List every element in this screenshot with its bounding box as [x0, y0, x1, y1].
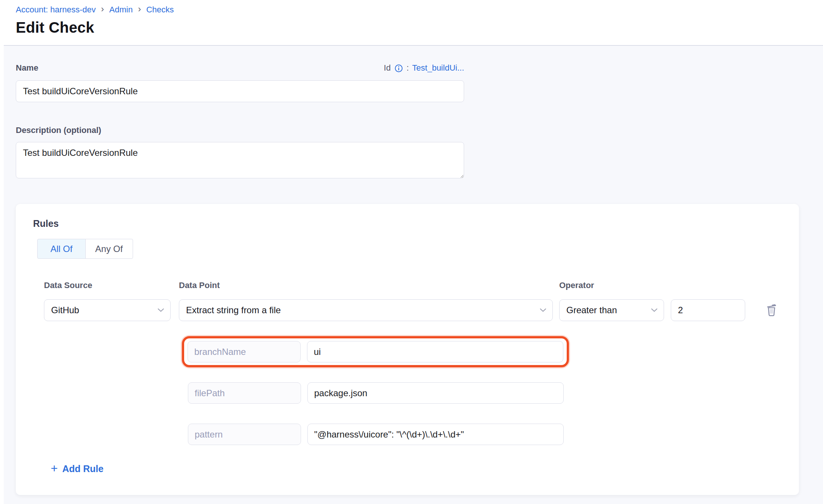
operator-value: Greater than: [566, 305, 617, 315]
rule-params: branchName filePath pattern: [188, 321, 782, 445]
edit-check-form: Name Id : Test_buildUi... Description (o…: [0, 46, 823, 495]
id-label: Id: [384, 63, 390, 73]
description-label: Description (optional): [16, 125, 807, 135]
data-point-value: Extract string from a file: [186, 305, 281, 315]
add-rule-label: Add Rule: [62, 463, 104, 474]
chevron-right-icon: ›: [138, 5, 141, 15]
breadcrumb-account-link[interactable]: Account: harness-dev: [16, 5, 96, 15]
operator-select[interactable]: Greater than: [559, 299, 664, 321]
rules-match-toggle: All Of Any Of: [37, 239, 782, 259]
data-source-select[interactable]: GitHub: [44, 299, 171, 321]
rules-card: Rules All Of Any Of Data Source Data Poi…: [16, 204, 799, 495]
page-left-edge: [0, 0, 4, 504]
param-key-field: branchName: [188, 341, 301, 362]
id-row: Id : Test_buildUi...: [384, 63, 464, 73]
id-value-link[interactable]: Test_buildUi...: [412, 63, 464, 73]
delete-rule-button[interactable]: [764, 301, 779, 319]
threshold-input[interactable]: [671, 299, 745, 321]
breadcrumb-admin-link[interactable]: Admin: [109, 5, 133, 15]
data-source-label: Data Source: [44, 281, 179, 290]
data-point-label: Data Point: [179, 281, 559, 290]
chevron-down-icon: [157, 308, 164, 312]
operator-label: Operator: [559, 281, 594, 290]
info-icon[interactable]: [394, 64, 403, 73]
name-label: Name: [16, 63, 38, 73]
description-textarea[interactable]: Test buildUiCoreVersionRule: [16, 142, 464, 178]
chevron-right-icon: ›: [101, 5, 104, 15]
id-colon: :: [407, 63, 409, 73]
rule-row: Data Source Data Point Operator GitHub E…: [44, 281, 782, 445]
name-input[interactable]: [16, 80, 464, 102]
data-point-select[interactable]: Extract string from a file: [179, 299, 553, 321]
toggle-all-of[interactable]: All Of: [37, 239, 86, 259]
pattern-input[interactable]: [307, 424, 564, 445]
param-row-pattern: pattern: [188, 424, 782, 445]
breadcrumb-checks-link[interactable]: Checks: [146, 5, 174, 15]
plus-icon: +: [51, 462, 58, 475]
chevron-down-icon: [540, 308, 546, 312]
param-key-field: pattern: [188, 424, 301, 445]
data-source-value: GitHub: [51, 305, 79, 315]
trash-icon: [765, 303, 778, 318]
param-row-branchname: branchName: [188, 341, 563, 362]
branchname-input[interactable]: [307, 341, 563, 362]
chevron-down-icon: [651, 308, 658, 312]
param-row-filepath: filePath: [188, 382, 782, 404]
rules-heading: Rules: [33, 218, 782, 229]
breadcrumb: Account: harness-dev › Admin › Checks: [16, 5, 823, 15]
highlight-ring: branchName: [182, 336, 569, 367]
param-key-field: filePath: [188, 382, 301, 404]
toggle-any-of[interactable]: Any Of: [85, 239, 133, 259]
add-rule-button[interactable]: + Add Rule: [51, 462, 103, 475]
page-header: Account: harness-dev › Admin › Checks Ed…: [0, 0, 823, 46]
filepath-input[interactable]: [307, 382, 564, 404]
page-title: Edit Check: [16, 19, 823, 36]
